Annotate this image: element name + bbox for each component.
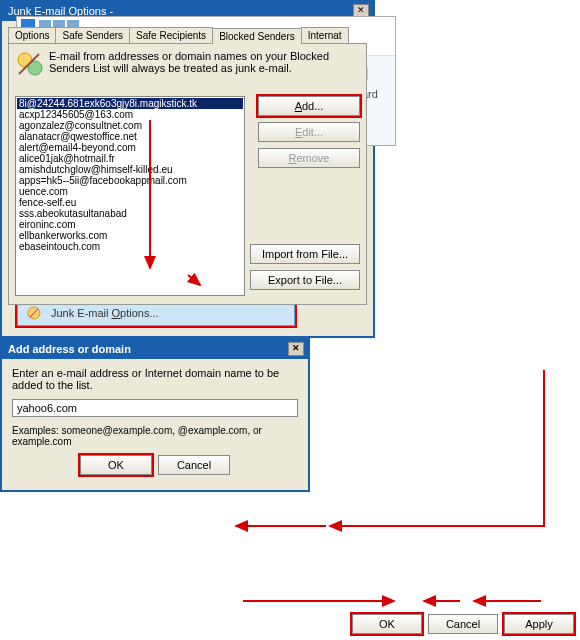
dialog-tabs: Options Safe Senders Safe Recipients Blo… xyxy=(8,27,367,43)
tab-blocked-senders[interactable]: Blocked Senders xyxy=(212,28,302,44)
list-item[interactable]: agonzalez@consultnet.com xyxy=(17,120,243,131)
tab-body: E-mail from addresses or domain names on… xyxy=(8,43,367,305)
list-item[interactable]: uence.com xyxy=(17,186,243,197)
prompt-text: Enter an e-mail address or Internet doma… xyxy=(12,367,298,391)
ok-button[interactable]: OK xyxy=(80,455,152,475)
dialog-title: Add address or domain xyxy=(8,343,131,355)
dialog-button-row: OK Cancel Apply xyxy=(352,614,574,634)
list-item[interactable]: 8i@24244.681exk6o3gjy8i.magikstick.tk xyxy=(17,98,243,109)
tab-safe-recipients[interactable]: Safe Recipients xyxy=(129,27,213,43)
list-item[interactable]: acxp12345605@163.com xyxy=(17,109,243,120)
tab-safe-senders[interactable]: Safe Senders xyxy=(55,27,130,43)
list-item[interactable]: eironinc.com xyxy=(17,219,243,230)
add-button[interactable]: Add... xyxy=(258,96,360,116)
list-item[interactable]: alanatacr@qwestoffice.net xyxy=(17,131,243,142)
dialog-title-bar: Add address or domain ✕ xyxy=(2,340,308,359)
examples-text: Examples: someone@example.com, @example.… xyxy=(12,425,298,447)
label: Junk E-mail Options... xyxy=(51,307,159,319)
apply-button[interactable]: Apply xyxy=(504,614,574,634)
export-button[interactable]: Export to File... xyxy=(250,270,360,290)
list-item[interactable]: fence-self.eu xyxy=(17,197,243,208)
blocked-senders-listbox[interactable]: 8i@24244.681exk6o3gjy8i.magikstick.tkacx… xyxy=(15,96,245,296)
add-address-dialog: Add address or domain ✕ Enter an e-mail … xyxy=(0,338,310,492)
junk-options-dialog: Junk E-mail Options - ✕ Options Safe Sen… xyxy=(0,0,375,338)
edit-button[interactable]: Edit... xyxy=(258,122,360,142)
options-icon xyxy=(25,304,43,322)
list-item[interactable]: ellbankerworks.com xyxy=(17,230,243,241)
list-item[interactable]: amishdutchglow@himself-killed.eu xyxy=(17,164,243,175)
address-input[interactable] xyxy=(12,399,298,417)
list-item[interactable]: apps=hk5--5ii@facebookappmail.com xyxy=(17,175,243,186)
list-item[interactable]: alert@email4-beyond.com xyxy=(17,142,243,153)
close-button[interactable]: ✕ xyxy=(288,342,304,356)
ok-button[interactable]: OK xyxy=(352,614,422,634)
list-item[interactable]: ebaseintouch.com xyxy=(17,241,243,252)
list-item[interactable]: alice01jak@hotmail.fr xyxy=(17,153,243,164)
description-text: E-mail from addresses or domain names on… xyxy=(49,50,360,78)
cancel-button[interactable]: Cancel xyxy=(158,455,230,475)
remove-button[interactable]: Remove xyxy=(258,148,360,168)
cancel-button[interactable]: Cancel xyxy=(428,614,498,634)
tab-international[interactable]: Internat xyxy=(301,27,349,43)
tab-options[interactable]: Options xyxy=(8,27,56,43)
list-item[interactable]: sss.abeokutasultanabad xyxy=(17,208,243,219)
import-button[interactable]: Import from File... xyxy=(250,244,360,264)
blocked-senders-icon xyxy=(15,50,43,78)
